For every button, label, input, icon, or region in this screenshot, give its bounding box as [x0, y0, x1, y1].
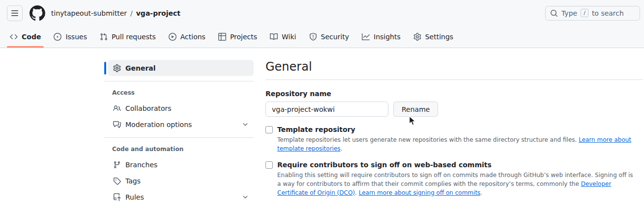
play-icon	[169, 33, 176, 41]
breadcrumb-owner-link[interactable]: tinytapeout-submitter	[51, 9, 127, 17]
sidebar-section-access: Access	[104, 89, 254, 96]
sidebar-divider	[104, 81, 254, 81]
sidebar-divider	[104, 137, 254, 138]
search-icon	[550, 9, 558, 17]
git-pull-request-icon	[100, 33, 108, 41]
tab-security[interactable]: Security	[303, 26, 356, 48]
hamburger-menu-button[interactable]	[7, 5, 23, 21]
signoff-setting: Require contributors to sign off on web-…	[265, 161, 643, 197]
code-icon	[10, 33, 18, 41]
comment-discussion-icon	[113, 121, 121, 129]
chevron-down-icon	[242, 194, 249, 201]
issue-opened-icon	[54, 33, 61, 41]
chevron-down-icon	[242, 121, 249, 128]
tab-pull-requests[interactable]: Pull requests	[93, 26, 162, 48]
repository-name-input[interactable]	[265, 102, 388, 117]
sidebar-item-moderation-options[interactable]: Moderation options	[108, 116, 254, 132]
sidebar-item-rules[interactable]: Rules	[108, 189, 254, 205]
sidebar-item-tags[interactable]: Tags	[108, 173, 254, 189]
tab-code[interactable]: Code	[3, 26, 47, 48]
repository-name-label: Repository name	[265, 90, 643, 98]
page-title: General	[265, 59, 643, 80]
git-branch-icon	[113, 161, 121, 169]
search-placeholder-before: Type	[561, 9, 577, 17]
template-repository-label: Template repository	[277, 126, 643, 134]
three-bars-icon	[11, 9, 19, 17]
book-icon	[270, 33, 278, 41]
breadcrumb: tinytapeout-submitter / vga-project	[51, 9, 180, 17]
rename-button[interactable]: Rename	[393, 102, 438, 117]
sidebar-item-branches[interactable]: Branches	[108, 156, 254, 173]
sidebar-item-collaborators[interactable]: Collaborators	[108, 100, 254, 116]
sidebar-section-code-automation: Code and automation	[104, 146, 254, 153]
gear-icon	[113, 64, 121, 72]
settings-sidebar: General Access Collaborators Moderation …	[104, 60, 254, 205]
global-bar: tinytapeout-submitter / vga-project Type…	[0, 0, 644, 26]
search-placeholder-after: to search	[592, 9, 624, 17]
slash-key-hint: /	[581, 9, 588, 17]
tab-actions[interactable]: Actions	[162, 26, 212, 48]
github-logo[interactable]	[29, 5, 45, 21]
app-header: tinytapeout-submitter / vga-project Type…	[0, 0, 644, 48]
breadcrumb-separator: /	[130, 9, 133, 17]
description-text: Template repositories let users generate…	[277, 136, 579, 143]
signoff-description: Enabling this setting will require contr…	[277, 171, 635, 197]
breadcrumb-repo-link[interactable]: vga-project	[136, 9, 180, 17]
description-link[interactable]: Learn more about signing off on commits	[359, 189, 481, 196]
global-search-input[interactable]: Type / to search	[545, 6, 640, 21]
tab-issues[interactable]: Issues	[47, 26, 93, 48]
tab-wiki[interactable]: Wiki	[263, 26, 302, 48]
tab-insights[interactable]: Insights	[355, 26, 407, 48]
selected-accent-bar	[104, 62, 106, 75]
tag-icon	[113, 177, 121, 185]
repository-name-row: Rename	[265, 102, 643, 117]
description-text: .	[480, 189, 482, 196]
shield-icon	[309, 33, 317, 41]
github-mark-icon	[29, 5, 45, 21]
sidebar-item-general[interactable]: General	[108, 60, 254, 76]
description-text: Enabling this setting will require contr…	[277, 172, 633, 187]
description-text: .	[341, 145, 343, 152]
signoff-label: Require contributors to sign off on web-…	[277, 161, 643, 169]
graph-icon	[362, 33, 370, 41]
description-text: .	[355, 189, 359, 196]
tab-settings[interactable]: Settings	[407, 26, 460, 48]
gear-icon	[413, 33, 421, 41]
settings-main: General Repository name Rename Template …	[265, 59, 643, 197]
signoff-checkbox[interactable]	[265, 161, 273, 169]
repo-push-icon	[113, 193, 121, 201]
repo-nav-tabs: Code Issues Pull requests Actions Projec…	[0, 26, 644, 48]
template-repository-description: Template repositories let users generate…	[277, 136, 635, 153]
template-repository-checkbox[interactable]	[265, 126, 273, 133]
people-icon	[113, 104, 121, 112]
table-icon	[218, 33, 226, 41]
tab-projects[interactable]: Projects	[212, 26, 263, 48]
template-repository-setting: Template repository Template repositorie…	[265, 126, 643, 153]
